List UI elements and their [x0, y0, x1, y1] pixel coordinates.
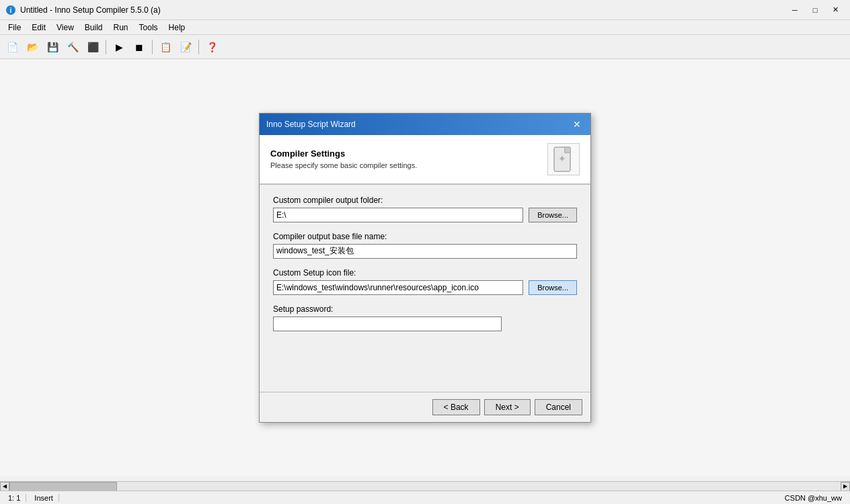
menu-item-build[interactable]: Build	[79, 22, 108, 34]
dialog-body: Custom compiler output folder: Browse...…	[260, 185, 590, 351]
svg-rect-5	[565, 147, 570, 153]
toolbar-separator-2	[152, 40, 153, 54]
output-folder-input[interactable]	[273, 208, 523, 222]
svg-text:✦: ✦	[558, 153, 566, 164]
compile-button[interactable]: 🔨	[63, 38, 82, 56]
status-bar: 1: 1 Insert CSDN @xhu_ww	[0, 491, 850, 504]
icon-file-group: Custom Setup icon file: Browse...	[273, 268, 577, 295]
main-area: Inno Setup Script Wizard ✕ Compiler Sett…	[0, 59, 850, 476]
base-filename-label: Compiler output base file name:	[273, 232, 577, 241]
window-controls: ─ □ ✕	[785, 3, 845, 17]
dialog-header-subtitle: Please specify some basic compiler setti…	[270, 161, 547, 169]
toolbar: 📄📂💾🔨⬛▶◼📋📝❓	[0, 35, 850, 59]
output-folder-row: Browse...	[273, 208, 577, 222]
menu-item-file[interactable]: File	[3, 22, 26, 34]
cancel-button[interactable]: Cancel	[535, 399, 582, 415]
wizard2-button[interactable]: 📝	[176, 38, 195, 56]
menu-item-tools[interactable]: Tools	[134, 22, 163, 34]
stop2-button[interactable]: ◼	[130, 38, 149, 56]
scroll-thumb[interactable]	[9, 482, 117, 491]
dialog-backdrop: Inno Setup Script Wizard ✕ Compiler Sett…	[0, 59, 850, 476]
back-button[interactable]: < Back	[432, 399, 480, 415]
next-button[interactable]: Next >	[484, 399, 531, 415]
browse-output-button[interactable]: Browse...	[529, 208, 577, 222]
dialog-header-text: Compiler Settings Please specify some ba…	[270, 149, 547, 169]
scroll-left-arrow[interactable]: ◀	[0, 482, 9, 491]
dialog-header: Compiler Settings Please specify some ba…	[260, 135, 590, 184]
stop-button[interactable]: ⬛	[83, 38, 102, 56]
open-button[interactable]: 📂	[23, 38, 42, 56]
dialog-title: Inno Setup Script Wizard	[266, 120, 356, 129]
icon-file-input[interactable]	[273, 280, 523, 295]
scroll-track[interactable]	[9, 482, 841, 491]
dialog-close-button[interactable]: ✕	[570, 118, 584, 131]
menu-item-edit[interactable]: Edit	[26, 22, 51, 34]
password-label: Setup password:	[273, 304, 577, 314]
app-icon: i	[5, 5, 16, 15]
dialog-header-title: Compiler Settings	[270, 149, 547, 159]
cursor-position: 1: 1	[3, 494, 26, 502]
toolbar-separator-1	[106, 40, 106, 54]
menu-item-view[interactable]: View	[51, 22, 79, 34]
base-filename-group: Compiler output base file name:	[273, 232, 577, 259]
maximize-button[interactable]: □	[806, 3, 824, 17]
output-folder-group: Custom compiler output folder: Browse...	[273, 196, 577, 222]
base-filename-row	[273, 244, 577, 259]
menu-item-help[interactable]: Help	[163, 22, 191, 34]
password-row	[273, 317, 577, 331]
status-credit: CSDN @xhu_ww	[785, 494, 847, 502]
base-filename-input[interactable]	[273, 244, 577, 259]
password-group: Setup password:	[273, 304, 577, 331]
menu-item-run[interactable]: Run	[108, 22, 134, 34]
scroll-right-arrow[interactable]: ▶	[841, 482, 850, 491]
help-button[interactable]: ❓	[202, 38, 221, 56]
status-left: 1: 1 Insert	[3, 494, 59, 502]
run-button[interactable]: ▶	[110, 38, 128, 56]
minimize-button[interactable]: ─	[785, 3, 804, 17]
dialog-footer: < Back Next > Cancel	[260, 392, 590, 422]
title-bar: i Untitled - Inno Setup Compiler 5.5.0 (…	[0, 0, 850, 20]
new-button[interactable]: 📄	[3, 38, 22, 56]
dialog: Inno Setup Script Wizard ✕ Compiler Sett…	[259, 113, 591, 423]
password-input[interactable]	[273, 317, 502, 331]
browse-icon-button[interactable]: Browse...	[529, 280, 577, 295]
save-button[interactable]: 💾	[43, 38, 62, 56]
edit-mode: Insert	[29, 494, 59, 502]
output-folder-label: Custom compiler output folder:	[273, 196, 577, 205]
window-close-button[interactable]: ✕	[826, 3, 845, 17]
bottom-scrollbar[interactable]: ◀ ▶	[0, 481, 850, 491]
wizard-button[interactable]: 📋	[156, 38, 175, 56]
menu-bar: FileEditViewBuildRunToolsHelp	[0, 20, 850, 35]
dialog-title-bar: Inno Setup Script Wizard ✕	[260, 114, 590, 135]
icon-file-row: Browse...	[273, 280, 577, 295]
icon-file-label: Custom Setup icon file:	[273, 268, 577, 278]
toolbar-separator-3	[198, 40, 199, 54]
window-title: Untitled - Inno Setup Compiler 5.5.0 (a)	[20, 5, 785, 15]
svg-text:i: i	[10, 7, 12, 14]
wizard-icon: ✦	[547, 143, 580, 175]
